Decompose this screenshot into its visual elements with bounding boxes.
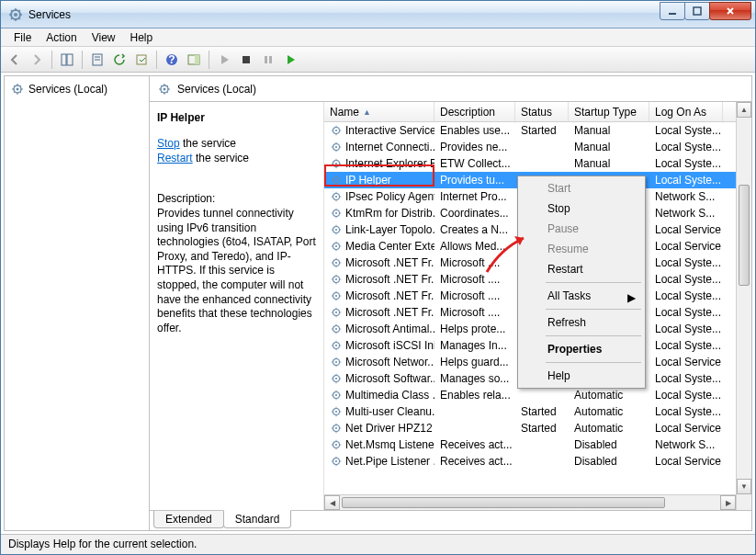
refresh-button[interactable] [109,50,130,70]
col-logon[interactable]: Log On As [649,102,723,121]
svg-point-38 [335,262,337,264]
action-pane-button[interactable] [184,50,204,70]
hscroll-thumb[interactable] [342,497,665,508]
svg-rect-9 [137,55,146,64]
show-hide-tree-button[interactable] [57,50,77,70]
svg-point-34 [335,229,337,231]
col-startup[interactable]: Startup Type [569,102,649,121]
scroll-thumb[interactable] [739,185,750,286]
table-row[interactable]: Net.Pipe Listener ...Receives act...Disa… [324,453,751,470]
titlebar[interactable]: Services [1,1,755,28]
svg-point-22 [335,130,337,131]
restart-service-button[interactable] [280,50,300,70]
services-grid[interactable]: Name▲ Description Status Startup Type Lo… [324,102,751,510]
svg-point-26 [335,163,337,164]
help-button[interactable]: ? [162,50,182,70]
svg-point-18 [17,88,19,91]
svg-rect-14 [243,56,250,63]
result-pane: Services (Local) IP Helper Stop the serv… [150,76,751,530]
export-button[interactable] [131,50,152,70]
services-window: Services File Action View Help ? [0,0,756,555]
svg-rect-2 [669,13,676,15]
result-header-title: Services (Local) [177,83,256,96]
svg-rect-5 [67,54,73,65]
svg-text:?: ? [168,53,175,66]
table-row[interactable]: Multi-user Cleanu...StartedAutomaticLoca… [324,403,751,420]
svg-point-30 [335,196,337,198]
stop-service-button[interactable] [236,50,256,70]
menu-view[interactable]: View [85,29,123,46]
svg-rect-3 [694,7,701,15]
table-row[interactable]: Multimedia Class ...Enables rela...Autom… [324,387,751,403]
back-button[interactable] [5,50,25,70]
description-label: Description: [157,192,316,205]
menubar: File Action View Help [1,28,755,47]
start-service-button[interactable] [214,50,234,70]
table-row[interactable]: Net Driver HPZ12StartedAutomaticLocal Se… [324,420,751,436]
menu-file[interactable]: File [6,29,39,46]
close-button[interactable] [709,2,751,20]
main-area: Services (Local) Services (Local) IP Hel… [4,75,752,531]
svg-rect-16 [269,56,272,63]
tree-root-services-local[interactable]: Services (Local) [8,80,145,98]
svg-point-50 [335,361,337,363]
svg-point-28 [335,179,337,181]
minimize-button[interactable] [660,2,685,20]
svg-rect-4 [62,54,66,65]
table-row[interactable]: Internet Connecti...Provides ne...Manual… [324,139,751,155]
toolbar: ? [1,47,755,73]
sort-asc-icon: ▲ [363,108,371,117]
menu-help[interactable]: Help [123,29,161,46]
detail-pane: IP Helper Stop the service Restart the s… [150,102,324,510]
vertical-scrollbar[interactable]: ▲ ▼ [736,102,751,510]
ctx-pause[interactable]: Pause [520,219,643,239]
console-tree[interactable]: Services (Local) [5,76,150,530]
col-description[interactable]: Description [434,102,515,121]
svg-point-60 [335,444,337,446]
ctx-restart[interactable]: Restart [520,259,643,279]
col-name[interactable]: Name▲ [324,102,434,121]
stop-link[interactable]: Stop [157,137,180,150]
svg-point-40 [335,278,337,280]
scroll-down-button[interactable]: ▼ [737,479,751,494]
svg-point-46 [335,328,337,330]
svg-point-42 [335,295,337,297]
restart-link[interactable]: Restart [157,152,193,164]
svg-point-56 [335,411,337,413]
pause-service-button[interactable] [258,50,278,70]
ctx-help[interactable]: Help [520,366,643,386]
submenu-arrow-icon: ▶ [627,291,636,304]
properties-button[interactable] [87,50,107,70]
gear-icon [10,82,25,96]
window-title: Services [28,8,71,21]
ctx-start[interactable]: Start [520,178,643,198]
svg-point-1 [14,13,17,17]
svg-point-24 [335,146,337,148]
svg-point-54 [335,394,337,396]
table-row[interactable]: Net.Msmq Listene...Receives act...Disabl… [324,436,751,453]
services-app-icon [8,7,23,22]
svg-point-48 [335,345,337,346]
maximize-button[interactable] [684,2,710,20]
col-status[interactable]: Status [515,102,569,121]
context-menu: Start Stop Pause Resume Restart All Task… [517,176,646,389]
ctx-resume[interactable]: Resume [520,239,643,259]
scroll-up-button[interactable]: ▲ [737,102,751,118]
table-row[interactable]: Internet Explorer E...ETW Collect...Manu… [324,155,751,172]
ctx-properties[interactable]: Properties [520,339,643,359]
ctx-stop[interactable]: Stop [520,198,643,219]
svg-point-62 [335,460,337,462]
menu-action[interactable]: Action [39,29,84,46]
view-tabs: Extended Standard [150,510,751,530]
forward-button[interactable] [27,50,47,70]
scroll-right-button[interactable]: ▶ [720,495,736,510]
description-text: Provides tunnel connectivity using IPv6 … [157,207,316,335]
scroll-left-button[interactable]: ◀ [324,495,340,510]
ctx-all-tasks[interactable]: All Tasks▶ [520,286,643,306]
gear-icon [157,82,172,96]
table-row[interactable]: Interactive Service...Enables use...Star… [324,122,751,139]
ctx-refresh[interactable]: Refresh [520,312,643,333]
horizontal-scrollbar[interactable]: ◀ ▶ [324,494,736,510]
tab-extended[interactable]: Extended [153,511,224,528]
tab-standard[interactable]: Standard [223,510,292,528]
